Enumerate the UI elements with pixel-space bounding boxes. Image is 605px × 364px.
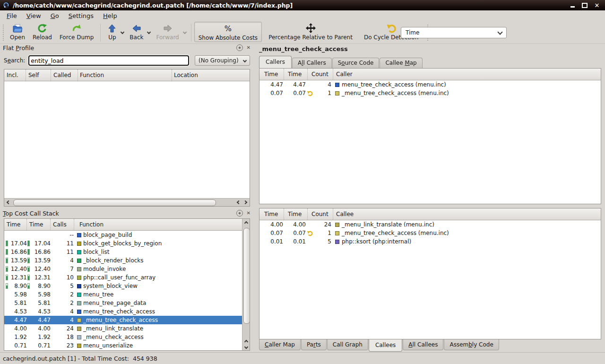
- scroll-down-icon[interactable]: [243, 344, 250, 349]
- reload-button[interactable]: Reload: [29, 22, 56, 41]
- menu-item[interactable]: View: [22, 11, 46, 20]
- column-header[interactable]: Time: [259, 69, 284, 80]
- call-stack-row[interactable]: 4.47 4.47 4 _menu_tree_check_access: [4, 316, 242, 324]
- scroll-left-icon[interactable]: [5, 199, 12, 206]
- function-color-swatch: [77, 242, 81, 246]
- function-color-swatch: [77, 327, 81, 331]
- call-stack-row[interactable]: 12.31 12.31 10 php::call_user_func_array: [4, 273, 242, 282]
- column-header[interactable]: Callee: [333, 208, 601, 220]
- back-button[interactable]: Back: [126, 22, 147, 41]
- column-header[interactable]: Calls: [51, 219, 74, 230]
- close-icon[interactable]: ✕: [247, 210, 251, 216]
- callee-row[interactable]: 0.07 0.07 1 _menu_tree_check_access (men…: [259, 229, 601, 237]
- tab[interactable]: Callers: [259, 56, 292, 68]
- function-name: block_get_blocks_by_region: [83, 240, 162, 247]
- tab[interactable]: Call Graph: [327, 339, 368, 350]
- close-icon[interactable]: ✕: [247, 45, 251, 51]
- function-name: module_invoke: [83, 266, 126, 272]
- percentage-relative-button[interactable]: Percentage Relative to Parent: [265, 22, 356, 41]
- scroll-left-icon[interactable]: [235, 199, 242, 206]
- menu-item[interactable]: File: [2, 11, 22, 20]
- call-stack-row[interactable]: 4.00 4.00 24 _menu_link_translate: [4, 324, 242, 333]
- call-stack-row[interactable]: 5.81 5.81 2 menu_tree_page_data: [4, 299, 242, 307]
- call-stack-row[interactable]: 17.04 17.04 11 block_get_blocks_by_regio…: [4, 239, 242, 248]
- call-stack-row[interactable]: 1.92 1.92 18 _menu_check_access: [4, 333, 242, 341]
- caller-row[interactable]: 0.07 0.07 1 _menu_tree_check_access (men…: [259, 89, 601, 97]
- menu-item[interactable]: Settings: [64, 11, 98, 20]
- tab[interactable]: Callee Map: [380, 58, 422, 68]
- cost-bar-icon: [27, 249, 30, 255]
- show-absolute-costs-button[interactable]: % Show Absolute Costs: [194, 22, 262, 42]
- call-stack-row[interactable]: -- block_page_build: [4, 231, 242, 239]
- tab[interactable]: Source Code: [332, 58, 380, 68]
- back-dropdown[interactable]: [147, 28, 150, 35]
- function-name: menu_tree_check_access (menu.inc): [342, 81, 446, 88]
- minimize-button[interactable]: [569, 2, 576, 9]
- up-dropdown[interactable]: [121, 28, 124, 35]
- call-stack-row[interactable]: 16.86 16.86 11 block_list: [4, 248, 242, 256]
- call-stack-row[interactable]: 12.40 12.40 7 module_invoke: [4, 265, 242, 273]
- up-button[interactable]: Up: [104, 22, 121, 41]
- toolbar-handle[interactable]: [2, 24, 5, 41]
- column-header[interactable]: Caller: [333, 69, 601, 80]
- column-header[interactable]: Called: [51, 69, 78, 81]
- flat-profile-table: Incl. Self Called Function Location: [4, 69, 250, 207]
- tab[interactable]: All Callers: [292, 58, 332, 68]
- scroll-up-icon[interactable]: [243, 339, 250, 344]
- force-dump-button[interactable]: Force Dump: [56, 22, 97, 41]
- scrollbar-thumb[interactable]: [243, 228, 250, 324]
- call-stack-row[interactable]: 13.59 13.59 4 _block_render_blocks: [4, 256, 242, 265]
- forward-arrow-icon: [163, 23, 173, 34]
- scroll-up-icon[interactable]: [243, 220, 250, 226]
- maximize-button[interactable]: [581, 2, 588, 9]
- column-header[interactable]: Count: [308, 208, 333, 220]
- call-stack-row[interactable]: 0.71 0.71 23 menu_unserialize: [4, 341, 242, 350]
- grouping-select[interactable]: (No Grouping): [195, 55, 250, 66]
- function-color-swatch: [77, 267, 81, 271]
- callee-row[interactable]: 0.01 0.01 5 php::ksort (php:internal): [259, 237, 601, 246]
- function-name: block_page_build: [83, 232, 132, 238]
- call-stack-row[interactable]: 5.98 5.98 2 menu_tree: [4, 290, 242, 299]
- column-header[interactable]: Function: [74, 219, 242, 230]
- tab[interactable]: Assembly Code: [444, 339, 499, 350]
- menu-item[interactable]: Go: [46, 11, 64, 20]
- tab[interactable]: Parts: [301, 339, 327, 350]
- tab[interactable]: Caller Map: [259, 339, 301, 350]
- vertical-scrollbar[interactable]: [242, 219, 250, 350]
- close-button[interactable]: ✕: [594, 2, 600, 9]
- panel-title: Flat Profile: [3, 44, 34, 52]
- cost-bar-icon: [6, 249, 8, 255]
- column-header[interactable]: Time: [284, 208, 308, 220]
- caller-row[interactable]: 4.47 4.47 4 menu_tree_check_access (menu…: [259, 80, 601, 89]
- open-button[interactable]: Open: [6, 22, 29, 41]
- function-color-swatch: [335, 231, 339, 235]
- search-input[interactable]: [28, 55, 189, 66]
- float-icon[interactable]: [236, 44, 243, 51]
- scroll-right-icon[interactable]: [242, 199, 249, 206]
- column-header[interactable]: Time: [284, 69, 308, 80]
- column-header[interactable]: Self: [26, 69, 51, 81]
- tab[interactable]: Callees: [369, 339, 402, 352]
- flat-profile-columns: Incl. Self Called Function Location: [4, 69, 250, 81]
- call-stack-row[interactable]: 8.90 8.90 5 system_block_view: [4, 282, 242, 290]
- flat-profile-header: Flat Profile ✕: [0, 43, 253, 53]
- callee-row[interactable]: 4.00 4.00 24 _menu_link_translate (menu.…: [259, 220, 601, 229]
- scrollbar-thumb[interactable]: [13, 199, 216, 206]
- float-icon[interactable]: [236, 210, 243, 217]
- column-header[interactable]: Time: [4, 219, 27, 230]
- forward-dropdown[interactable]: [183, 28, 186, 35]
- horizontal-scrollbar[interactable]: [4, 198, 250, 206]
- menu-item[interactable]: Help: [98, 11, 122, 20]
- column-header[interactable]: Time: [27, 219, 51, 230]
- tab[interactable]: All Callees: [403, 339, 443, 350]
- call-stack-row[interactable]: 4.53 4.53 4 menu_tree_check_access: [4, 307, 242, 316]
- column-header[interactable]: Function: [78, 69, 172, 81]
- column-header[interactable]: Incl.: [4, 69, 26, 81]
- event-type-select[interactable]: Time: [401, 27, 507, 38]
- column-header[interactable]: Count: [308, 69, 333, 80]
- forward-button[interactable]: Forward: [152, 22, 182, 41]
- column-header[interactable]: Location: [172, 69, 250, 81]
- column-header[interactable]: Time: [259, 208, 284, 220]
- function-color-swatch: [77, 301, 81, 305]
- callers-columns: Time Time Count Caller: [259, 69, 601, 80]
